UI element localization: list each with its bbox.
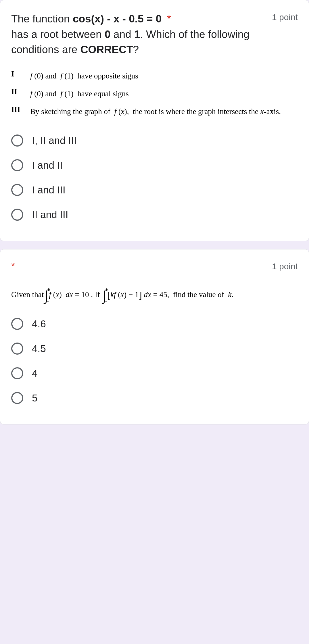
condition-text: f (0) and f (1) have opposite signs xyxy=(30,70,138,83)
condition-row: II f (0) and f (1) have equal signs xyxy=(11,87,298,101)
question-header: The function cos(x) - x - 0.5 = 0 * has … xyxy=(11,11,298,57)
required-asterisk: * xyxy=(167,13,171,25)
integral-icon: 6 ∫ 1 xyxy=(44,289,48,301)
radio-option[interactable]: I and III xyxy=(11,178,298,202)
required-asterisk: * xyxy=(11,260,15,272)
radio-option[interactable]: II and III xyxy=(11,202,298,227)
options-group: I, II and III I and II I and III II and … xyxy=(11,128,298,227)
option-label: 5 xyxy=(32,392,37,404)
condition-number: I xyxy=(11,70,30,78)
conditions-list: I f (0) and f (1) have opposite signs II… xyxy=(11,70,298,118)
points-label: 1 point xyxy=(272,11,298,22)
equation: cos(x) - x - 0.5 = 0 xyxy=(73,13,162,25)
option-label: I and II xyxy=(32,159,63,171)
condition-text: By sketching the graph of f (x), the roo… xyxy=(30,105,281,118)
radio-icon xyxy=(11,184,23,196)
radio-icon xyxy=(11,343,23,355)
options-group: 4.6 4.5 4 5 xyxy=(11,312,298,410)
option-label: 4.5 xyxy=(32,343,46,354)
radio-option[interactable]: 5 xyxy=(11,386,298,410)
question-header: * 1 point xyxy=(11,260,298,272)
radio-option[interactable]: I, II and III xyxy=(11,128,298,153)
radio-option[interactable]: 4 xyxy=(11,361,298,386)
condition-text: f (0) and f (1) have equal signs xyxy=(30,87,129,101)
question-equation: Given that 6 ∫ 1 f (x) dx = 10 . If 6 ∫ … xyxy=(11,288,298,302)
condition-row: III By sketching the graph of f (x), the… xyxy=(11,105,298,118)
radio-option[interactable]: 4.6 xyxy=(11,312,298,336)
radio-icon xyxy=(11,392,23,404)
condition-number: II xyxy=(11,87,30,96)
radio-option[interactable]: I and II xyxy=(11,153,298,178)
option-label: 4.6 xyxy=(32,318,46,330)
points-label: 1 point xyxy=(272,260,298,271)
integral-icon: 6 ∫ 1 xyxy=(102,289,106,301)
radio-icon xyxy=(11,367,23,379)
radio-icon xyxy=(11,209,23,221)
radio-icon xyxy=(11,134,23,147)
option-label: II and III xyxy=(32,209,68,220)
condition-number: III xyxy=(11,105,30,114)
radio-icon xyxy=(11,318,23,330)
question-card-2: * 1 point Given that 6 ∫ 1 f (x) dx = 10… xyxy=(0,249,309,425)
option-label: 4 xyxy=(32,368,37,379)
radio-option[interactable]: 4.5 xyxy=(11,336,298,361)
question-card-1: The function cos(x) - x - 0.5 = 0 * has … xyxy=(0,0,309,241)
option-label: I, II and III xyxy=(32,135,77,146)
option-label: I and III xyxy=(32,184,66,196)
condition-row: I f (0) and f (1) have opposite signs xyxy=(11,70,298,83)
question-title: The function cos(x) - x - 0.5 = 0 * has … xyxy=(11,11,266,57)
radio-icon xyxy=(11,159,23,171)
